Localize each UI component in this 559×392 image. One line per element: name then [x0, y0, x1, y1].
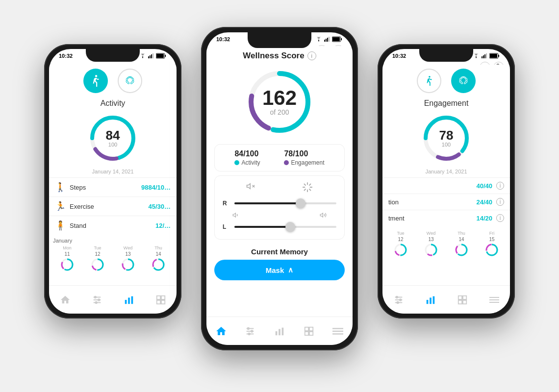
cal-day-num-4: 14	[144, 251, 173, 257]
home-icon-left	[60, 294, 71, 305]
svg-rect-40	[327, 38, 328, 42]
big-of: of 200	[262, 108, 297, 116]
brain-icon-btn-right[interactable]	[451, 69, 476, 93]
sliders-icon-center	[245, 326, 255, 337]
svg-point-57	[248, 327, 250, 329]
stand-label: Stand	[70, 222, 152, 229]
nav-bar-center	[206, 317, 353, 345]
cal-month-left: January	[53, 238, 173, 244]
nav-sliders-center[interactable]	[236, 317, 265, 345]
phone-right-inner: 10:32 ?	[382, 49, 510, 314]
nav-home-center[interactable]	[206, 317, 236, 345]
svg-rect-1	[148, 56, 149, 58]
cal-day-name-r4: Fri	[478, 231, 506, 236]
nav-bar-right	[382, 285, 510, 314]
vol-spinner-icon[interactable]	[302, 182, 313, 195]
svg-rect-30	[125, 300, 127, 304]
stand-icon: 🧍	[55, 220, 66, 231]
nav-grid-left[interactable]	[145, 286, 177, 314]
phones-container: 10:32	[0, 0, 559, 392]
steps-row: 🚶 Steps 9884/10…	[49, 177, 177, 196]
svg-rect-7	[156, 54, 164, 58]
svg-rect-38	[324, 40, 325, 42]
slider-l-track[interactable]	[234, 226, 336, 228]
nav-grid-center[interactable]	[294, 317, 324, 345]
nav-sliders-left[interactable]	[81, 286, 113, 314]
walk-icon-btn-right[interactable]	[417, 69, 441, 93]
svg-rect-41	[329, 37, 330, 42]
slider-r-track[interactable]	[234, 202, 336, 204]
cal-ring-r4	[485, 243, 499, 257]
svg-point-70	[476, 57, 477, 58]
svg-rect-103	[432, 296, 434, 304]
activity-icons-row	[49, 65, 177, 97]
wellness-info-icon[interactable]: i	[307, 51, 316, 60]
activity-date: January 14, 2021	[49, 167, 177, 177]
eng-value-1: 40/40	[476, 182, 492, 190]
slider-r-thumb[interactable]	[296, 198, 305, 208]
activity-breakdown-label: Activity	[234, 159, 260, 166]
walk-icon-btn[interactable]	[83, 69, 108, 93]
svg-rect-44	[332, 37, 340, 41]
cal-day-name-r3: Thu	[447, 231, 476, 236]
steps-icon: 🚶	[55, 182, 66, 193]
svg-marker-52	[233, 213, 235, 217]
cal-ring-2	[91, 258, 104, 271]
activity-dot	[234, 160, 239, 165]
engagement-dot	[284, 160, 289, 165]
activity-title: Activity	[49, 97, 177, 110]
cal-day-name-3: Wed	[114, 245, 142, 250]
svg-point-98	[396, 296, 398, 298]
battery-icon-center	[332, 36, 343, 42]
nav-menu-right[interactable]	[478, 286, 510, 314]
battery-icon-left	[156, 53, 167, 59]
svg-rect-102	[430, 297, 432, 304]
nav-chart-right[interactable]	[414, 286, 446, 314]
memory-btn[interactable]: Mask ∧	[214, 260, 345, 280]
svg-point-27	[94, 296, 96, 298]
cal-ring-1	[60, 258, 74, 271]
wifi-icon-left	[139, 53, 146, 58]
eng-info-1[interactable]: i	[496, 182, 504, 190]
signal-icon-left	[148, 53, 154, 58]
time-left: 10:32	[59, 53, 73, 59]
svg-point-100	[397, 301, 399, 303]
svg-rect-71	[482, 56, 483, 58]
stand-value: 12/…	[155, 222, 171, 229]
cal-day-r1: Tue 12	[386, 231, 415, 259]
nav-sliders-right[interactable]	[382, 286, 414, 314]
chevron-up-icon: ∧	[288, 266, 293, 274]
cal-day-num-r3: 14	[447, 237, 476, 242]
svg-rect-4	[152, 53, 153, 58]
slider-r-row: R	[223, 200, 336, 207]
slider-l-label: L	[223, 223, 230, 230]
brain-icon-btn[interactable]	[118, 69, 142, 93]
svg-rect-74	[486, 53, 487, 58]
engagement-ring: 78 100	[422, 114, 471, 163]
home-icon-center	[215, 325, 227, 337]
big-ring-text: 162 of 200	[262, 88, 297, 116]
notch-right	[419, 49, 473, 62]
slider-l-thumb[interactable]	[285, 222, 295, 232]
nav-chart-center[interactable]	[265, 317, 294, 345]
nav-home-left[interactable]	[49, 286, 81, 314]
nav-grid-right[interactable]	[446, 286, 478, 314]
cal-day-r3: Thu 14	[447, 231, 476, 259]
activity-breakdown-text: Activity	[241, 159, 260, 166]
eng-info-3[interactable]: i	[496, 214, 504, 222]
nav-chart-left[interactable]	[113, 286, 145, 314]
svg-rect-107	[462, 300, 466, 303]
engagement-breakdown-text: Engagement	[291, 159, 324, 166]
mute-svg	[246, 182, 255, 191]
eng-label-3: tment	[388, 215, 472, 222]
eng-info-2[interactable]: i	[496, 198, 504, 206]
cal-days-left: Mon 11 Tue 12	[53, 245, 173, 273]
svg-point-0	[142, 57, 143, 58]
nav-menu-center[interactable]	[323, 317, 353, 345]
cal-day-name-r1: Tue	[386, 231, 415, 236]
activity-score-text: 84 100	[106, 129, 120, 147]
cal-day-num-3: 13	[114, 251, 142, 257]
eng-metric-3: tment 14/20 i	[382, 210, 510, 226]
svg-rect-62	[282, 327, 284, 335]
sliders-icon-right	[393, 294, 404, 305]
